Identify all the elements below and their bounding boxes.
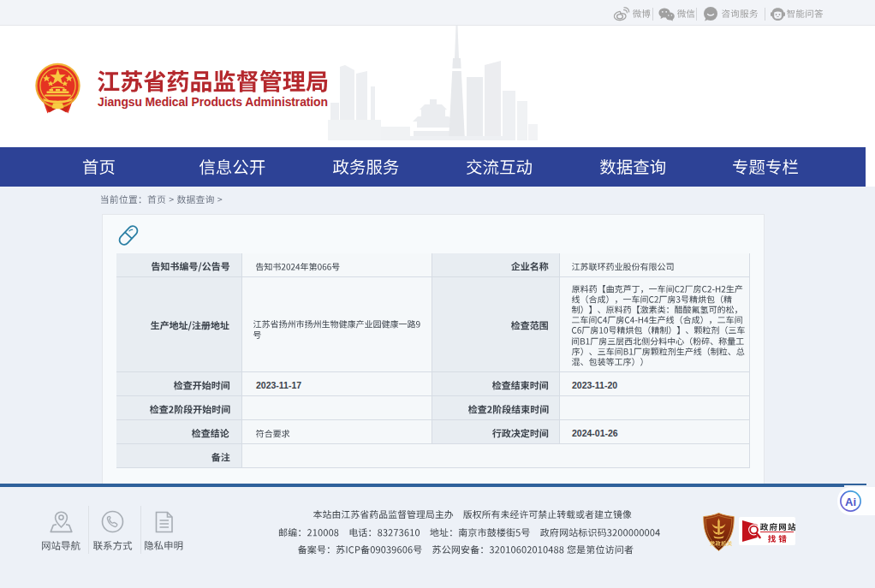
svg-text:Ai: Ai — [845, 496, 856, 508]
